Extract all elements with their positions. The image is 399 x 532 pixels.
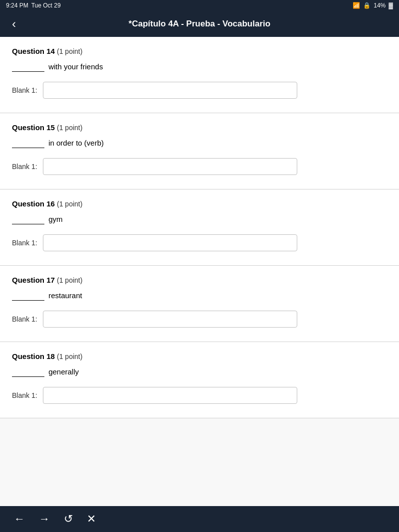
prompt-blank-underline-18 bbox=[12, 369, 44, 377]
question-block-16: Question 16 (1 point) gym Blank 1: bbox=[0, 189, 399, 266]
blank-row-16: Blank 1: bbox=[12, 234, 387, 251]
browser-forward-button[interactable]: → bbox=[37, 512, 52, 527]
blank-row-18: Blank 1: bbox=[12, 387, 387, 404]
prompt-blank-underline-16 bbox=[12, 216, 44, 224]
question-header-18: Question 18 (1 point) bbox=[12, 352, 387, 360]
blank-label-14: Blank 1: bbox=[12, 86, 38, 94]
question-block-18: Question 18 (1 point) generally Blank 1: bbox=[0, 342, 399, 418]
blank-label-15: Blank 1: bbox=[12, 163, 38, 171]
bottom-nav-bar: ← → ↺ ✕ bbox=[0, 506, 399, 532]
question-header-15: Question 15 (1 point) bbox=[12, 123, 387, 132]
prompt-blank-underline-14 bbox=[12, 64, 44, 72]
question-prompt-15: in order to (verb) bbox=[12, 138, 387, 148]
status-bar: 9:24 PM Tue Oct 29 📶 🔒 14% ▓ bbox=[0, 0, 399, 11]
back-button[interactable]: ‹ bbox=[8, 16, 20, 32]
blank-input-14[interactable] bbox=[43, 82, 297, 99]
question-number-14: Question 14 bbox=[12, 47, 55, 55]
blank-row-15: Blank 1: bbox=[12, 158, 387, 175]
question-prompt-16: gym bbox=[12, 214, 387, 224]
question-points-18: (1 point) bbox=[57, 353, 82, 360]
blank-label-18: Blank 1: bbox=[12, 391, 38, 399]
browser-back-button[interactable]: ← bbox=[12, 512, 27, 527]
main-content: Question 14 (1 point) with your friends … bbox=[0, 37, 399, 506]
question-number-18: Question 18 bbox=[12, 352, 55, 360]
battery-display: 14% bbox=[374, 2, 386, 9]
battery-icon: ▓ bbox=[389, 2, 393, 9]
date-display: Tue Oct 29 bbox=[31, 2, 61, 9]
question-prompt-18: generally bbox=[12, 366, 387, 377]
question-number-16: Question 16 bbox=[12, 199, 55, 208]
question-header-17: Question 17 (1 point) bbox=[12, 276, 387, 284]
browser-reload-button[interactable]: ↺ bbox=[62, 512, 75, 527]
status-bar-right: 📶 🔒 14% ▓ bbox=[353, 2, 393, 9]
blank-input-16[interactable] bbox=[43, 234, 297, 251]
question-number-17: Question 17 bbox=[12, 276, 55, 284]
browser-close-button[interactable]: ✕ bbox=[85, 512, 98, 527]
question-header-16: Question 16 (1 point) bbox=[12, 199, 387, 208]
question-header-14: Question 14 (1 point) bbox=[12, 47, 387, 55]
question-block-14: Question 14 (1 point) with your friends … bbox=[0, 37, 399, 113]
prompt-blank-underline-17 bbox=[12, 293, 44, 301]
wifi-icon: 📶 bbox=[353, 2, 360, 9]
question-points-14: (1 point) bbox=[57, 47, 82, 55]
time-display: 9:24 PM bbox=[6, 2, 28, 9]
page-title: *Capítulo 4A - Prueba - Vocabulario bbox=[129, 19, 270, 29]
question-number-15: Question 15 bbox=[12, 123, 55, 132]
lock-icon: 🔒 bbox=[363, 2, 371, 9]
question-prompt-14: with your friends bbox=[12, 61, 387, 72]
nav-header: ‹ *Capítulo 4A - Prueba - Vocabulario bbox=[0, 11, 399, 37]
blank-row-17: Blank 1: bbox=[12, 311, 387, 328]
question-block-17: Question 17 (1 point) restaurant Blank 1… bbox=[0, 266, 399, 342]
question-points-16: (1 point) bbox=[57, 200, 82, 208]
blank-input-18[interactable] bbox=[43, 387, 297, 404]
question-points-17: (1 point) bbox=[57, 276, 82, 284]
question-prompt-17: restaurant bbox=[12, 290, 387, 301]
blank-row-14: Blank 1: bbox=[12, 82, 387, 99]
question-points-15: (1 point) bbox=[57, 124, 82, 132]
blank-input-17[interactable] bbox=[43, 311, 297, 328]
blank-label-16: Blank 1: bbox=[12, 239, 38, 247]
question-block-15: Question 15 (1 point) in order to (verb)… bbox=[0, 113, 399, 189]
blank-label-17: Blank 1: bbox=[12, 315, 38, 323]
blank-input-15[interactable] bbox=[43, 158, 297, 175]
status-bar-left: 9:24 PM Tue Oct 29 bbox=[6, 2, 61, 9]
prompt-blank-underline-15 bbox=[12, 140, 44, 148]
